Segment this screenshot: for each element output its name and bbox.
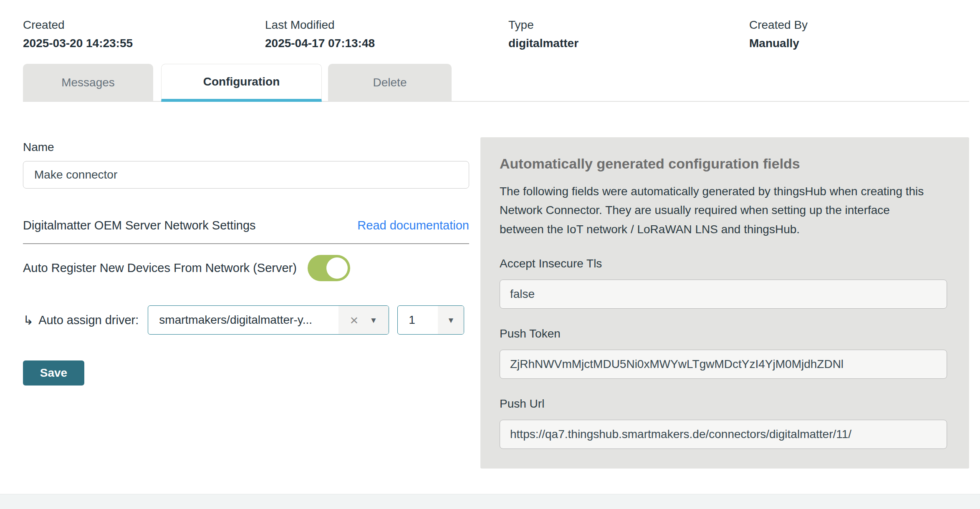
push-url-label: Push Url [500, 397, 950, 411]
accept-insecure-tls-field: Accept Insecure Tls [500, 257, 950, 309]
meta-created-by: Created By Manually [749, 18, 969, 50]
driver-version-select[interactable]: 1 ▼ [397, 305, 464, 335]
tab-configuration-label: Configuration [203, 75, 280, 88]
auto-assign-driver-label-text: Auto assign driver: [38, 313, 139, 327]
last-modified-label: Last Modified [265, 18, 508, 32]
auto-generated-panel-title: Automatically generated configuration fi… [500, 156, 950, 172]
driver-select-controls: × ▼ [338, 306, 389, 334]
push-url-field: Push Url [500, 397, 950, 449]
metadata-row: Created 2025-03-20 14:23:55 Last Modifie… [23, 18, 969, 50]
auto-generated-panel: Automatically generated configuration fi… [480, 137, 969, 469]
tab-bar: Messages Configuration Delete [23, 64, 969, 102]
branch-arrow-icon: ↳ [23, 313, 33, 328]
created-by-label: Created By [749, 18, 969, 32]
push-url-input[interactable] [500, 420, 947, 449]
chevron-down-icon[interactable]: ▼ [369, 316, 377, 324]
last-modified-value: 2025-04-17 07:13:48 [265, 37, 508, 50]
auto-assign-driver-label: ↳ Auto assign driver: [23, 313, 139, 328]
chevron-down-icon[interactable]: ▼ [447, 316, 455, 324]
tab-messages-label: Messages [61, 76, 115, 89]
auto-generated-panel-description: The following fields were automatically … [500, 182, 934, 239]
clear-icon[interactable]: × [350, 313, 358, 327]
tab-delete[interactable]: Delete [328, 64, 452, 101]
auto-assign-driver-row: ↳ Auto assign driver: smartmakers/digita… [23, 305, 469, 335]
tab-messages[interactable]: Messages [23, 64, 153, 101]
tab-delete-label: Delete [373, 76, 407, 89]
tab-configuration[interactable]: Configuration [161, 64, 322, 102]
push-token-field: Push Token [500, 327, 950, 379]
footer-bar [0, 494, 980, 509]
toggle-knob [326, 257, 348, 279]
driver-version-controls: ▼ [438, 306, 464, 334]
meta-last-modified: Last Modified 2025-04-17 07:13:48 [265, 18, 508, 50]
auto-register-row: Auto Register New Devices From Network (… [23, 255, 469, 281]
network-settings-section-header: Digitalmatter OEM Server Network Setting… [23, 219, 469, 232]
accept-insecure-tls-input[interactable] [500, 280, 947, 309]
driver-version-value: 1 [398, 306, 438, 334]
name-input[interactable] [23, 161, 469, 189]
driver-select-value: smartmakers/digitalmatter-y... [148, 306, 338, 334]
configuration-form: Name Digitalmatter OEM Server Network Se… [23, 141, 469, 386]
section-divider [23, 243, 469, 244]
name-label: Name [23, 141, 469, 154]
type-label: Type [508, 18, 749, 32]
network-settings-title: Digitalmatter OEM Server Network Setting… [23, 219, 256, 232]
meta-created: Created 2025-03-20 14:23:55 [23, 18, 265, 50]
meta-type: Type digitalmatter [508, 18, 749, 50]
created-by-value: Manually [749, 37, 969, 50]
auto-register-label: Auto Register New Devices From Network (… [23, 261, 297, 275]
driver-select[interactable]: smartmakers/digitalmatter-y... × ▼ [148, 305, 389, 335]
read-documentation-link[interactable]: Read documentation [357, 219, 469, 232]
auto-register-toggle[interactable] [308, 255, 350, 281]
type-value: digitalmatter [508, 37, 749, 50]
created-label: Created [23, 18, 265, 32]
save-button[interactable]: Save [23, 360, 84, 386]
push-token-input[interactable] [500, 350, 947, 379]
push-token-label: Push Token [500, 327, 950, 340]
created-value: 2025-03-20 14:23:55 [23, 37, 265, 50]
accept-insecure-tls-label: Accept Insecure Tls [500, 257, 950, 270]
